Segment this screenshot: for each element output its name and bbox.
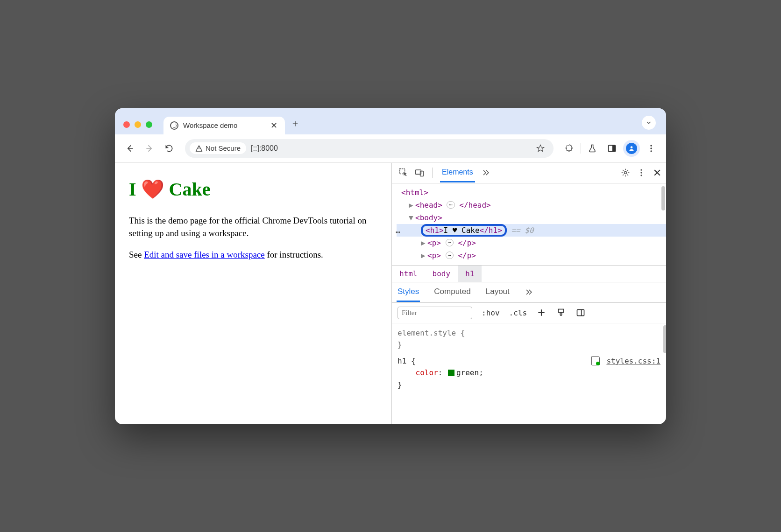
copy-styles-button[interactable] (556, 308, 566, 318)
scrollbar[interactable] (661, 186, 665, 210)
chevrons-right-icon (524, 287, 533, 297)
property-value[interactable]: green (456, 368, 479, 377)
devtools-toolbar: Elements (392, 163, 666, 183)
svg-rect-13 (558, 309, 564, 313)
new-tab-button[interactable]: ＋ (291, 117, 300, 130)
page-paragraph-1: This is the demo page for the official C… (129, 214, 377, 240)
browser-tab[interactable]: Workspace demo ✕ (163, 117, 285, 134)
svg-rect-1 (612, 145, 616, 151)
panel-icon (607, 144, 617, 153)
devices-icon (415, 168, 424, 177)
bookmark-button[interactable] (534, 142, 547, 155)
elements-tab[interactable]: Elements (440, 163, 475, 182)
scrollbar[interactable] (663, 325, 666, 353)
svg-point-2 (631, 146, 633, 148)
dom-node-p2[interactable]: ▶<p> ⋯ </p> (397, 249, 666, 262)
layout-tab[interactable]: Layout (485, 283, 511, 302)
url-text: [::]:8000 (251, 144, 278, 153)
close-window-button[interactable] (123, 121, 130, 128)
brush-icon (556, 308, 566, 317)
device-toolbar-button[interactable] (414, 168, 425, 178)
security-chip-label: Not Secure (206, 144, 241, 152)
reload-button[interactable] (161, 140, 178, 157)
svg-point-4 (650, 147, 652, 149)
console-reference: == $0 (511, 226, 533, 235)
svg-point-3 (650, 145, 652, 146)
extensions-button[interactable] (561, 140, 578, 157)
dom-node-h1-selected[interactable]: ⋯ <h1>I ♥ Cake</h1> == $0 (397, 224, 666, 237)
tab-list-menu[interactable] (642, 116, 656, 130)
h1-style-rule[interactable]: styles.css:1 h1 { color: green; } (398, 353, 660, 393)
avatar (626, 143, 637, 154)
svg-point-11 (640, 172, 642, 173)
svg-point-9 (625, 172, 627, 174)
flask-icon (588, 144, 597, 153)
source-link[interactable]: styles.css:1 (591, 355, 660, 367)
styles-filter-input[interactable] (398, 307, 472, 319)
window-controls (123, 121, 152, 128)
tab-strip: Workspace demo ✕ ＋ (115, 108, 666, 134)
side-panel-button[interactable] (604, 140, 620, 157)
minimize-window-button[interactable] (135, 121, 141, 128)
hover-toggle[interactable]: :hov (482, 308, 500, 317)
selected-node-highlight: <h1>I ♥ Cake</h1> (421, 224, 507, 237)
forward-button[interactable] (141, 140, 158, 157)
dom-node-body[interactable]: ▼<body> (397, 211, 666, 224)
selector-text: h1 { (398, 357, 416, 365)
back-button[interactable] (121, 140, 138, 157)
paragraph-text: for instructions. (265, 250, 323, 259)
content-area: I ❤️ Cake This is the demo page for the … (115, 163, 666, 424)
maximize-window-button[interactable] (146, 121, 152, 128)
close-devtools-button[interactable] (652, 168, 662, 178)
gear-icon (621, 168, 630, 177)
dom-node-p1[interactable]: ▶<p> ⋯ </p> (397, 237, 666, 249)
person-icon (628, 145, 635, 152)
separator (432, 168, 433, 178)
more-actions-icon[interactable]: ⋯ (396, 226, 401, 238)
browser-toolbar: Not Secure [::]:8000 (115, 134, 666, 163)
svg-point-5 (650, 150, 652, 152)
color-swatch[interactable] (448, 370, 454, 376)
security-chip[interactable]: Not Secure (190, 142, 246, 154)
svg-point-10 (640, 169, 642, 171)
warning-icon (195, 145, 203, 152)
computed-tab[interactable]: Computed (433, 283, 471, 302)
breadcrumb-h1[interactable]: h1 (458, 266, 482, 282)
dom-tree[interactable]: <html> ▶<head> ⋯ </head> ▼<body> ⋯ <h1>I… (392, 183, 666, 265)
new-style-rule-button[interactable] (536, 308, 547, 318)
panel-right-icon (576, 308, 585, 317)
kebab-icon (637, 168, 646, 177)
styles-toolbar: :hov .cls (392, 303, 666, 323)
dom-node-head[interactable]: ▶<head> ⋯ </head> (397, 199, 666, 211)
chevron-down-icon (646, 119, 652, 126)
more-tabs-button[interactable] (481, 168, 491, 178)
class-toggle[interactable]: .cls (509, 308, 527, 317)
address-bar[interactable]: Not Secure [::]:8000 (185, 139, 554, 158)
styles-rules[interactable]: element.style { } styles.css:1 h1 { colo… (392, 323, 666, 399)
breadcrumb-body[interactable]: body (425, 266, 458, 282)
svg-point-12 (640, 175, 642, 176)
dom-node-html[interactable]: <html> (397, 186, 666, 199)
close-tab-button[interactable]: ✕ (270, 120, 277, 131)
property-name[interactable]: color (416, 368, 438, 377)
selector-text: element.style { (398, 329, 465, 337)
devtools-settings-button[interactable] (620, 168, 631, 178)
devtools-menu-button[interactable] (636, 168, 646, 178)
brace: } (398, 380, 402, 389)
breadcrumb-html[interactable]: html (392, 266, 425, 282)
inspect-element-button[interactable] (398, 168, 409, 178)
page-paragraph-2: See Edit and save files in a workspace f… (129, 248, 377, 261)
labs-button[interactable] (584, 140, 601, 157)
profile-button[interactable] (623, 140, 640, 157)
more-subtabs-button[interactable] (524, 287, 534, 297)
workspace-tutorial-link[interactable]: Edit and save files in a workspace (144, 250, 265, 259)
chrome-menu-button[interactable] (643, 140, 660, 157)
reload-icon (164, 144, 174, 153)
inspect-icon (399, 168, 408, 177)
computed-sidebar-button[interactable] (575, 308, 586, 318)
browser-window: Workspace demo ✕ ＋ Not Secure [::]:8000 (115, 108, 666, 424)
dom-breadcrumbs: html body h1 (392, 265, 666, 282)
rendered-page: I ❤️ Cake This is the demo page for the … (115, 163, 391, 424)
styles-tab[interactable]: Styles (397, 283, 420, 302)
element-style-rule[interactable]: element.style { } (398, 325, 660, 353)
